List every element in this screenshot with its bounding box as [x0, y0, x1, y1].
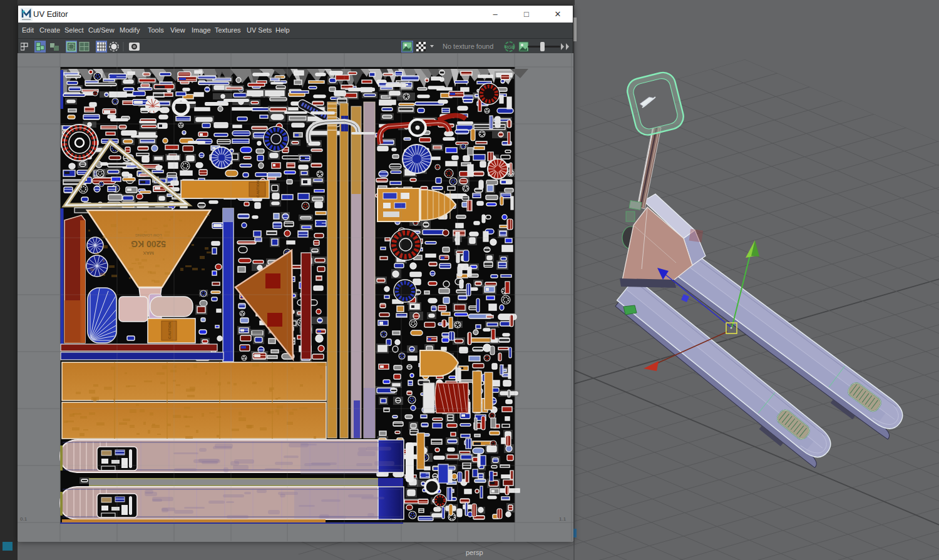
- svg-text:5200 KG: 5200 KG: [131, 239, 166, 249]
- svg-text:No texture found: No texture found: [443, 43, 493, 50]
- svg-text:persp: persp: [466, 549, 483, 556]
- svg-text:CAUTION: CAUTION: [256, 180, 260, 197]
- svg-text:RGB: RGB: [505, 45, 515, 49]
- svg-text:MAX: MAX: [143, 250, 154, 256]
- svg-text:0.1: 0.1: [20, 516, 28, 522]
- svg-text:LOW LOADING: LOW LOADING: [135, 233, 162, 237]
- svg-text:CAUTION: CAUTION: [168, 322, 172, 339]
- svg-text:1.1: 1.1: [559, 516, 567, 522]
